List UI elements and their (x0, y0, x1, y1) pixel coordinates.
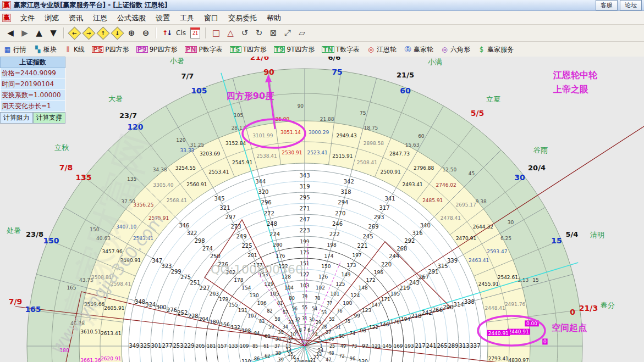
polygon-tool-icon[interactable]: ▱ (295, 27, 309, 39)
cls-button[interactable]: Cls (174, 27, 188, 39)
svg-text:124: 124 (350, 293, 360, 298)
svg-text:203: 203 (210, 291, 219, 297)
svg-text:98: 98 (360, 328, 367, 333)
svg-text:172: 172 (366, 277, 376, 283)
svg-text:349: 349 (129, 343, 139, 349)
kline-icon: ⫼ (64, 46, 72, 53)
svg-text:267: 267 (419, 274, 429, 280)
zoom-in-icon[interactable]: ⊕ (125, 27, 138, 39)
symbol-title: 上证指数 (0, 57, 65, 68)
svg-text:341: 341 (384, 196, 395, 202)
solar-term-label: 春分 (601, 300, 615, 310)
feature-sectors-button[interactable]: ▚板块 (34, 45, 57, 54)
svg-text:289: 289 (448, 343, 458, 349)
menu-item-8[interactable]: 交易委托 (223, 13, 262, 23)
calc-support-button[interactable]: 计算支撑 (33, 112, 66, 124)
gann-wheel-label: 江恩轮 (377, 45, 397, 54)
triangle-tool-icon[interactable]: △ (224, 27, 237, 39)
svg-text:344: 344 (255, 179, 266, 185)
close-box-icon[interactable]: ⊠ (267, 27, 280, 39)
pan-down-icon[interactable]: ↓ (111, 27, 124, 39)
feature-9p-square-button[interactable]: P99P四方形 (136, 45, 178, 54)
svg-text:79: 79 (302, 294, 307, 299)
menu-item-4[interactable]: 公式选股 (112, 13, 151, 23)
svg-text:2545.91: 2545.91 (232, 160, 252, 165)
svg-text:244: 244 (389, 253, 399, 259)
nav-back-icon[interactable]: ◀ (4, 27, 17, 39)
nav-down-icon[interactable]: ▼ (47, 27, 60, 39)
nav-up-icon[interactable]: ▲ (32, 27, 46, 39)
feature-gann-wheel-button[interactable]: ◎江恩轮 (367, 45, 397, 54)
menu-item-1[interactable]: 浏览 (40, 13, 64, 23)
menu-item-0[interactable]: 文件 (15, 13, 40, 23)
feature-p-square-button[interactable]: PSP四方形 (92, 45, 129, 54)
calendar-icon[interactable]: 21 (189, 27, 202, 39)
zoom-out-icon[interactable]: ⊖ (139, 27, 152, 39)
svg-text:253: 253 (173, 343, 183, 349)
pan-right-icon[interactable]: → (82, 27, 95, 39)
svg-text:2455.91: 2455.91 (478, 281, 499, 287)
svg-text:171: 171 (381, 297, 390, 302)
menu-item-3[interactable]: 江恩 (88, 13, 112, 23)
toolbar-separator (156, 27, 157, 38)
square-tool-icon[interactable]: □ (210, 27, 223, 39)
svg-text:342: 342 (344, 179, 354, 185)
svg-text:6: 6 (307, 328, 310, 333)
svg-text:72: 72 (339, 354, 345, 359)
menu-item-5[interactable]: 设置 (151, 13, 175, 23)
svg-text:154: 154 (241, 285, 251, 291)
svg-text:7: 7 (303, 327, 306, 332)
sort-updown-icon[interactable]: ↑↓ (160, 27, 173, 39)
feature-winner-service-button[interactable]: $赢家服务 (477, 45, 514, 54)
feature-quotes-button[interactable]: ▦行情 (3, 45, 26, 54)
menu-item-7[interactable]: 窗口 (199, 13, 223, 23)
svg-text:3203.69: 3203.69 (200, 151, 220, 157)
shrink-icon[interactable]: ⤢ (281, 27, 294, 39)
rotate-ccw-icon[interactable]: ↺ (238, 27, 251, 39)
svg-text:176: 176 (276, 253, 285, 259)
pan-up-icon[interactable]: ↑ (96, 27, 109, 39)
svg-text:298: 298 (195, 238, 205, 244)
svg-text:276: 276 (167, 307, 177, 313)
svg-text:300: 300 (156, 304, 167, 310)
customer-service-button[interactable]: 客服 (596, 0, 618, 10)
forum-button[interactable]: 论坛 (620, 0, 642, 10)
svg-text:18.75: 18.75 (364, 125, 378, 131)
feature-9t-square-button[interactable]: T99T四方形 (274, 45, 315, 54)
feature-t-square-button[interactable]: TST四方形 (230, 45, 267, 54)
svg-text:3.13: 3.13 (518, 277, 529, 283)
svg-text:2508.41: 2508.41 (357, 160, 377, 165)
feature-winner-wheel-button[interactable]: Ⓑ赢家轮 (404, 45, 433, 54)
svg-text:174: 174 (324, 253, 333, 259)
svg-text:2515.91: 2515.91 (332, 153, 353, 159)
nav-forward-icon[interactable]: ▶ (18, 27, 31, 39)
svg-text:56: 56 (292, 307, 298, 311)
pan-left-icon[interactable]: ← (68, 27, 81, 39)
svg-text:2793.41: 2793.41 (488, 356, 509, 361)
feature-p-table-button[interactable]: PNP数字表 (185, 45, 223, 54)
solar-term-label: 小满 (428, 57, 442, 67)
svg-text:37: 37 (274, 344, 280, 349)
rotate-cw-icon[interactable]: ↻ (252, 27, 266, 39)
svg-text:4: 4 (315, 332, 318, 337)
svg-text:277: 277 (162, 343, 172, 349)
svg-text:272: 272 (264, 210, 274, 216)
svg-text:3610.51: 3610.51 (80, 329, 101, 335)
svg-text:179: 179 (219, 297, 228, 302)
svg-text:322: 322 (186, 230, 197, 236)
menu-item-6[interactable]: 工具 (175, 13, 199, 23)
feature-hexagon-button[interactable]: ◎六角形 (441, 45, 470, 54)
feature-t-table-button[interactable]: TNT数字表 (322, 45, 360, 54)
svg-text:181: 181 (206, 343, 216, 349)
svg-text:30: 30 (309, 318, 315, 322)
feature-kline-button[interactable]: ⫼K线 (64, 45, 85, 54)
svg-text:2493.41: 2493.41 (403, 182, 423, 187)
menu-item-2[interactable]: 资讯 (64, 13, 88, 23)
calc-resistance-button[interactable]: 计算阻力 (0, 112, 33, 124)
menu-item-9[interactable]: 帮助 (262, 13, 286, 23)
svg-text:294: 294 (338, 199, 348, 205)
svg-text:170: 170 (390, 319, 400, 325)
p-table-label: P数字表 (199, 45, 222, 54)
svg-text:96: 96 (350, 357, 355, 361)
svg-text:222: 222 (329, 231, 340, 237)
